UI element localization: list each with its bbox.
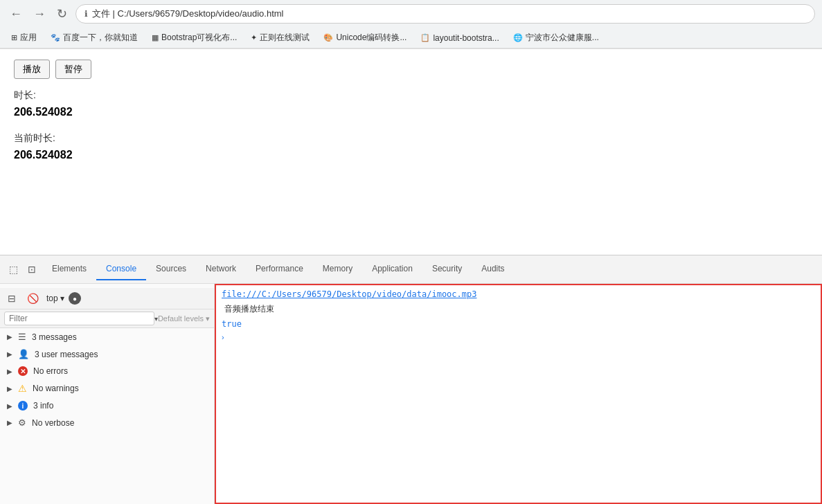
bookmark-apps-label: 应用: [20, 32, 37, 44]
duration-label: 时长:: [14, 89, 808, 102]
bookmark-apps[interactable]: ⊞ 应用: [6, 30, 42, 45]
forward-button[interactable]: →: [30, 6, 48, 23]
sidebar-item-user-messages[interactable]: ▶ 👤 3 user messages: [0, 345, 214, 363]
clear-console-button[interactable]: 🚫: [24, 291, 42, 306]
tab-sources[interactable]: Sources: [146, 258, 196, 280]
unicode-icon: 🎨: [323, 33, 333, 42]
back-button[interactable]: ←: [7, 6, 25, 23]
bookmark-regex-label: 正则在线测试: [260, 32, 310, 44]
devtools-body: ⊟ 🚫 top ▾ ● ▾ Default levels ▾ ▶ ☰ 3 mes…: [0, 284, 822, 504]
baidu-icon: 🐾: [51, 33, 60, 42]
context-select[interactable]: top ▾: [46, 294, 64, 303]
bookmark-baidu[interactable]: 🐾 百度一下，你就知道: [45, 30, 143, 45]
page-content: 播放 暂停 时长: 206.524082 当前时长: 206.524082: [0, 49, 822, 285]
stop-button[interactable]: ●: [69, 292, 81, 305]
current-value: 206.524082: [14, 149, 808, 161]
bookmark-bootstrap-label: Bootstrap可视化布...: [161, 32, 237, 44]
bookmarks-bar: ⊞ 应用 🐾 百度一下，你就知道 ▦ Bootstrap可视化布... ✦ 正则…: [0, 28, 822, 48]
console-log-bool: true: [222, 319, 815, 329]
errors-label: No errors: [33, 366, 68, 376]
layoutit-icon: 📋: [420, 33, 430, 42]
play-button[interactable]: 播放: [14, 60, 50, 79]
ningbo-icon: 🌐: [513, 33, 523, 42]
bookmark-ningbo[interactable]: 🌐 宁波市公众健康服...: [508, 30, 605, 45]
expand-warnings-icon: ▶: [7, 385, 12, 393]
current-label: 当前时长:: [14, 132, 808, 145]
inspect-element-button[interactable]: ⬚: [6, 262, 21, 277]
tab-performance[interactable]: Performance: [246, 258, 313, 280]
regex-icon: ✦: [251, 33, 257, 42]
warnings-label: No warnings: [33, 384, 79, 393]
bookmark-layoutit-label: layoutit-bootstra...: [433, 33, 499, 43]
tab-security[interactable]: Security: [422, 258, 472, 280]
error-icon: ✕: [18, 366, 28, 376]
verbose-label: No verbose: [32, 418, 74, 428]
console-top-bar: ⊟ 🚫 top ▾ ●: [0, 288, 214, 309]
info-icon: i: [18, 401, 28, 411]
devtools-tabs: Elements Console Sources Network Perform…: [42, 258, 816, 280]
devtools-panel: ⬚ ⊡ Elements Console Sources Network Per…: [0, 255, 822, 504]
expand-user-icon: ▶: [7, 350, 12, 358]
sidebar-item-info[interactable]: ▶ i 3 info: [0, 397, 214, 414]
sidebar-toggle-button[interactable]: ⊟: [4, 291, 19, 306]
expand-messages-icon: ▶: [7, 333, 12, 341]
info-label: 3 info: [33, 401, 53, 411]
device-toggle-button[interactable]: ⊡: [24, 262, 39, 277]
console-prompt-arrow[interactable]: ›: [222, 333, 815, 341]
nav-bar: ← → ↻ ℹ 文件 | C:/Users/96579/Desktop/vide…: [0, 0, 822, 28]
tab-console[interactable]: Console: [96, 258, 146, 280]
address-bar[interactable]: ℹ 文件 | C:/Users/96579/Desktop/video/audi…: [75, 4, 815, 24]
gear-icon: ⚙: [18, 417, 26, 428]
default-levels[interactable]: Default levels ▾: [158, 314, 210, 323]
bookmark-regex[interactable]: ✦ 正则在线测试: [245, 30, 315, 45]
user-icon: 👤: [18, 349, 29, 359]
console-main-wrapper: file:///C:/Users/96579/Desktop/video/dat…: [215, 284, 822, 504]
bookmark-bootstrap[interactable]: ▦ Bootstrap可视化布...: [146, 30, 242, 45]
duration-value: 206.524082: [14, 106, 808, 118]
warning-icon: ⚠: [18, 383, 27, 394]
expand-errors-icon: ▶: [7, 368, 12, 375]
pause-button[interactable]: 暂停: [55, 60, 91, 79]
address-text: 文件 | C:/Users/96579/Desktop/video/audio.…: [92, 8, 284, 20]
console-log-text: 音频播放结束: [224, 303, 815, 315]
sidebar-item-errors[interactable]: ▶ ✕ No errors: [0, 363, 214, 379]
console-main: file:///C:/Users/96579/Desktop/video/dat…: [215, 284, 822, 347]
sidebar-item-messages[interactable]: ▶ ☰ 3 messages: [0, 328, 214, 345]
bootstrap-icon: ▦: [152, 33, 159, 42]
tab-audits[interactable]: Audits: [472, 258, 514, 280]
tab-memory[interactable]: Memory: [313, 258, 362, 280]
devtools-toolbar: ⬚ ⊡ Elements Console Sources Network Per…: [0, 255, 822, 284]
messages-label: 3 messages: [32, 332, 77, 342]
expand-verbose-icon: ▶: [7, 419, 12, 426]
tab-network[interactable]: Network: [196, 258, 246, 280]
tab-application[interactable]: Application: [362, 258, 422, 280]
refresh-button[interactable]: ↻: [54, 5, 70, 23]
console-sidebar: ⊟ 🚫 top ▾ ● ▾ Default levels ▾ ▶ ☰ 3 mes…: [0, 284, 215, 504]
tab-elements[interactable]: Elements: [42, 258, 96, 280]
browser-chrome: ← → ↻ ℹ 文件 | C:/Users/96579/Desktop/vide…: [0, 0, 822, 49]
filter-input[interactable]: [4, 312, 154, 325]
user-messages-label: 3 user messages: [35, 350, 98, 359]
bookmark-ningbo-label: 宁波市公众健康服...: [526, 32, 599, 44]
expand-info-icon: ▶: [7, 402, 12, 410]
address-icon: ℹ: [84, 9, 88, 19]
bookmark-baidu-label: 百度一下，你就知道: [63, 32, 138, 44]
list-icon: ☰: [18, 332, 26, 342]
bookmark-unicode-label: Unicode编码转换...: [336, 32, 406, 44]
sidebar-item-verbose[interactable]: ▶ ⚙ No verbose: [0, 414, 214, 431]
console-log-link[interactable]: file:///C:/Users/96579/Desktop/video/dat…: [222, 289, 815, 299]
bookmark-layoutit[interactable]: 📋 layoutit-bootstra...: [415, 32, 504, 44]
bookmark-unicode[interactable]: 🎨 Unicode编码转换...: [318, 30, 412, 45]
sidebar-item-warnings[interactable]: ▶ ⚠ No warnings: [0, 379, 214, 397]
apps-icon: ⊞: [11, 33, 17, 42]
